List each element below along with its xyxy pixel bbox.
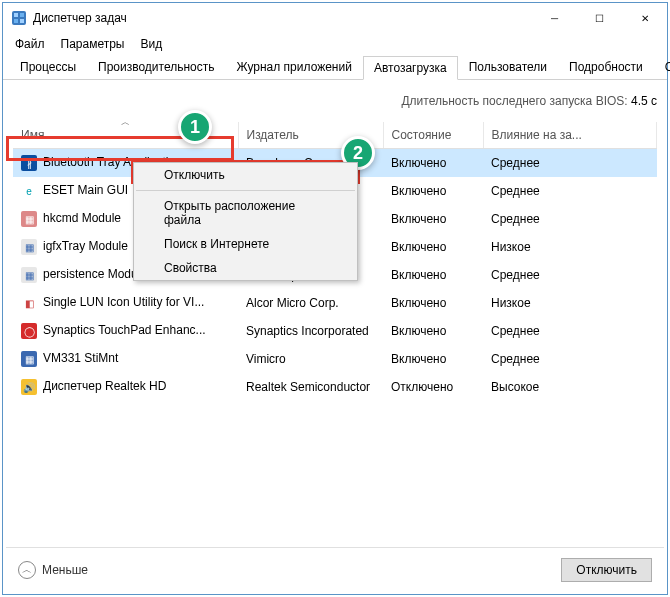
context-menu: Отключить Открыть расположение файла Пои… [133, 162, 358, 281]
chevron-up-icon: ︿ [18, 561, 36, 579]
table-row[interactable]: ▦VM331 StiMntVimicroВключеноСреднее [13, 345, 657, 373]
close-button[interactable]: ✕ [622, 3, 667, 33]
app-row-icon: ∦ [21, 155, 37, 171]
minimize-button[interactable]: ─ [532, 3, 577, 33]
row-publisher: Alcor Micro Corp. [238, 289, 383, 317]
row-state: Включено [383, 289, 483, 317]
app-row-icon: ▦ [21, 239, 37, 255]
tabs: Процессы Производительность Журнал прило… [3, 55, 667, 80]
row-publisher: Vimicro [238, 345, 383, 373]
row-state: Включено [383, 149, 483, 178]
tab-services[interactable]: Службы [654, 55, 670, 79]
menu-file[interactable]: Файл [7, 35, 53, 53]
app-row-icon: ▦ [21, 267, 37, 283]
row-state: Включено [383, 205, 483, 233]
svg-rect-2 [20, 13, 24, 17]
col-state[interactable]: Состояние [383, 122, 483, 149]
app-row-icon: e [21, 183, 37, 199]
row-impact: Среднее [483, 205, 657, 233]
sort-asc-icon: ︿ [121, 116, 130, 129]
disable-button[interactable]: Отключить [561, 558, 652, 582]
col-name[interactable]: ︿Имя [13, 122, 238, 149]
ctx-disable[interactable]: Отключить [134, 163, 357, 187]
row-state: Включено [383, 345, 483, 373]
row-state: Включено [383, 233, 483, 261]
menu-options[interactable]: Параметры [53, 35, 133, 53]
tab-details[interactable]: Подробности [558, 55, 654, 79]
row-name: Single LUN Icon Utility for VI... [43, 295, 204, 309]
row-name: igfxTray Module [43, 239, 128, 253]
app-row-icon: ◧ [21, 295, 37, 311]
svg-rect-1 [14, 13, 18, 17]
bios-time-label: Длительность последнего запуска BIOS: 4.… [13, 88, 657, 122]
row-name: persistence Module [43, 267, 147, 281]
tab-app-history[interactable]: Журнал приложений [226, 55, 363, 79]
app-row-icon: 🔊 [21, 379, 37, 395]
row-name: Synaptics TouchPad Enhanc... [43, 323, 206, 337]
menu-bar: Файл Параметры Вид [3, 33, 667, 55]
col-publisher[interactable]: Издатель [238, 122, 383, 149]
svg-rect-4 [20, 19, 24, 23]
app-row-icon: ◯ [21, 323, 37, 339]
window-title: Диспетчер задач [33, 11, 532, 25]
app-row-icon: ▦ [21, 351, 37, 367]
row-impact: Низкое [483, 233, 657, 261]
fewer-button[interactable]: ︿ Меньше [18, 561, 88, 579]
ctx-search-online[interactable]: Поиск в Интернете [134, 232, 357, 256]
tab-processes[interactable]: Процессы [9, 55, 87, 79]
app-icon [11, 10, 27, 26]
row-impact: Высокое [483, 373, 657, 401]
row-publisher: Realtek Semiconductor [238, 373, 383, 401]
app-row-icon: ▦ [21, 211, 37, 227]
row-name: ESET Main GUI [43, 183, 128, 197]
col-impact[interactable]: Влияние на за... [483, 122, 657, 149]
row-impact: Среднее [483, 317, 657, 345]
row-impact: Среднее [483, 345, 657, 373]
ctx-open-location[interactable]: Открыть расположение файла [134, 194, 357, 232]
row-state: Отключено [383, 373, 483, 401]
row-impact: Низкое [483, 289, 657, 317]
row-state: Включено [383, 177, 483, 205]
row-state: Включено [383, 317, 483, 345]
tab-users[interactable]: Пользователи [458, 55, 558, 79]
ctx-properties[interactable]: Свойства [134, 256, 357, 280]
menu-view[interactable]: Вид [132, 35, 170, 53]
row-state: Включено [383, 261, 483, 289]
table-row[interactable]: ◯Synaptics TouchPad Enhanc...Synaptics I… [13, 317, 657, 345]
tab-startup[interactable]: Автозагрузка [363, 56, 458, 80]
row-impact: Среднее [483, 149, 657, 178]
row-impact: Среднее [483, 261, 657, 289]
svg-rect-3 [14, 19, 18, 23]
table-row[interactable]: 🔊Диспетчер Realtek HDRealtek Semiconduct… [13, 373, 657, 401]
table-row[interactable]: ◧Single LUN Icon Utility for VI...Alcor … [13, 289, 657, 317]
row-name: Диспетчер Realtek HD [43, 379, 166, 393]
ctx-sep [136, 190, 355, 191]
row-publisher: Synaptics Incorporated [238, 317, 383, 345]
tab-performance[interactable]: Производительность [87, 55, 225, 79]
row-impact: Среднее [483, 177, 657, 205]
row-name: hkcmd Module [43, 211, 121, 225]
maximize-button[interactable]: ☐ [577, 3, 622, 33]
row-name: VM331 StiMnt [43, 351, 118, 365]
